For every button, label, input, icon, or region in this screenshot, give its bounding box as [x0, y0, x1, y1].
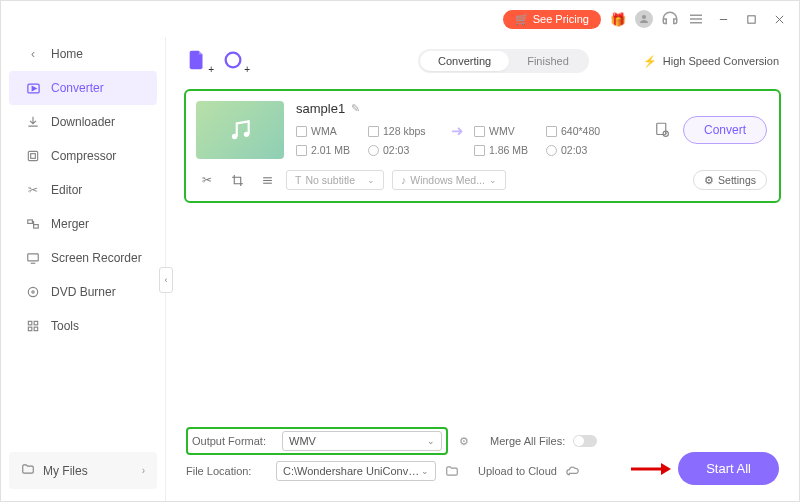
svg-marker-9: [32, 86, 36, 90]
svg-rect-11: [31, 154, 36, 159]
chevron-right-icon: ›: [142, 465, 145, 476]
recorder-icon: [25, 250, 41, 266]
edit-name-icon[interactable]: ✎: [351, 102, 360, 115]
sidebar-item-home[interactable]: ‹ Home: [1, 37, 165, 71]
cart-icon: 🛒: [515, 13, 529, 26]
merge-label: Merge All Files:: [490, 435, 565, 447]
sidebar-item-converter[interactable]: Converter: [9, 71, 157, 105]
file-name: sample1: [296, 101, 345, 116]
sidebar-item-tools[interactable]: Tools: [1, 309, 165, 343]
open-folder-icon[interactable]: [444, 463, 460, 479]
add-url-button[interactable]: +: [222, 49, 246, 73]
output-format-value: WMV: [289, 435, 316, 447]
start-all-button[interactable]: Start All: [678, 452, 779, 485]
converter-icon: [25, 80, 41, 96]
sidebar-item-label: Compressor: [51, 149, 116, 163]
settings-label: Settings: [718, 174, 756, 186]
upload-cloud-label: Upload to Cloud: [478, 465, 557, 477]
src-duration: 02:03: [383, 144, 409, 156]
item-settings-button[interactable]: ⚙ Settings: [693, 170, 767, 190]
gift-icon[interactable]: 🎁: [609, 10, 627, 28]
subtitle-value: No subtitle: [305, 174, 355, 186]
duration-icon: [368, 145, 379, 156]
chevron-left-icon: ‹: [25, 46, 41, 62]
svg-rect-17: [28, 321, 32, 325]
editor-icon: ✂: [25, 182, 41, 198]
svg-rect-24: [657, 123, 666, 134]
dvd-icon: [25, 284, 41, 300]
sidebar-item-downloader[interactable]: Downloader: [1, 105, 165, 139]
svg-rect-14: [28, 254, 39, 261]
file-location-input[interactable]: C:\Wondershare UniConverter 1 ⌄: [276, 461, 436, 481]
high-speed-toggle[interactable]: ⚡ High Speed Conversion: [643, 55, 779, 68]
see-pricing-button[interactable]: 🛒 See Pricing: [503, 10, 601, 29]
convert-arrow-icon: ➜: [440, 122, 474, 140]
merge-toggle[interactable]: [573, 435, 597, 447]
support-icon[interactable]: [661, 10, 679, 28]
toolbar: + + Converting Finished ⚡ High Speed Con…: [166, 37, 799, 85]
svg-point-16: [32, 291, 34, 293]
trim-icon[interactable]: ✂: [196, 169, 218, 191]
file-thumbnail[interactable]: [196, 101, 284, 159]
sidebar-item-editor[interactable]: ✂ Editor: [1, 173, 165, 207]
sidebar-item-label: DVD Burner: [51, 285, 116, 299]
chevron-down-icon: ⌄: [421, 466, 429, 476]
dst-size: 1.86 MB: [489, 144, 528, 156]
duration-icon: [546, 145, 557, 156]
tab-finished[interactable]: Finished: [509, 51, 587, 71]
sidebar-item-label: Converter: [51, 81, 104, 95]
size-icon: [474, 145, 485, 156]
output-format-label: Output Format:: [192, 435, 274, 447]
close-button[interactable]: [769, 9, 789, 29]
maximize-button[interactable]: [741, 9, 761, 29]
bottom-bar: Output Format: WMV ⌄ ⚙ Merge All Files: …: [166, 417, 799, 501]
subtitle-dropdown[interactable]: T No subtitle ⌄: [286, 170, 384, 190]
music-icon: [227, 117, 253, 143]
audio-icon: ♪: [401, 174, 406, 186]
menu-icon[interactable]: [687, 10, 705, 28]
sidebar-item-label: Merger: [51, 217, 89, 231]
plus-icon: +: [208, 64, 214, 75]
user-avatar[interactable]: [635, 10, 653, 28]
svg-point-0: [642, 15, 646, 19]
see-pricing-label: See Pricing: [533, 13, 589, 25]
cloud-icon[interactable]: [565, 463, 581, 479]
high-speed-label: High Speed Conversion: [663, 55, 779, 67]
convert-button[interactable]: Convert: [683, 116, 767, 144]
download-icon: [25, 114, 41, 130]
status-tabs: Converting Finished: [418, 49, 589, 73]
format-icon: [474, 126, 485, 137]
sidebar-item-screen-recorder[interactable]: Screen Recorder: [1, 241, 165, 275]
sidebar-item-merger[interactable]: Merger: [1, 207, 165, 241]
minimize-button[interactable]: [713, 9, 733, 29]
sidebar-item-compressor[interactable]: Compressor: [1, 139, 165, 173]
folder-icon: [21, 462, 35, 479]
sidebar-item-dvd-burner[interactable]: DVD Burner: [1, 275, 165, 309]
my-files-button[interactable]: My Files ›: [9, 452, 157, 489]
tab-converting[interactable]: Converting: [420, 51, 509, 71]
src-size: 2.01 MB: [311, 144, 350, 156]
svg-rect-10: [28, 151, 37, 160]
sidebar-item-label: Editor: [51, 183, 82, 197]
svg-rect-12: [28, 220, 33, 224]
sidebar-item-label: Home: [51, 47, 83, 61]
compressor-icon: [25, 148, 41, 164]
audio-value: Windows Med...: [410, 174, 485, 186]
more-icon[interactable]: [256, 169, 278, 191]
dst-duration: 02:03: [561, 144, 587, 156]
crop-icon[interactable]: [226, 169, 248, 191]
audio-dropdown[interactable]: ♪ Windows Med... ⌄: [392, 170, 506, 190]
file-settings-icon[interactable]: [651, 119, 673, 141]
add-file-button[interactable]: +: [186, 49, 210, 73]
title-bar: 🛒 See Pricing 🎁: [1, 1, 799, 37]
lightning-icon: ⚡: [643, 55, 657, 68]
output-format-dropdown[interactable]: WMV ⌄: [282, 431, 442, 451]
chevron-down-icon: ⌄: [367, 175, 375, 185]
sidebar-item-label: Tools: [51, 319, 79, 333]
gear-icon[interactable]: ⚙: [456, 433, 472, 449]
src-bitrate: 128 kbps: [383, 125, 426, 137]
dst-resolution: 640*480: [561, 125, 600, 137]
resolution-icon: [546, 126, 557, 137]
svg-rect-18: [34, 321, 38, 325]
svg-point-15: [28, 287, 37, 296]
